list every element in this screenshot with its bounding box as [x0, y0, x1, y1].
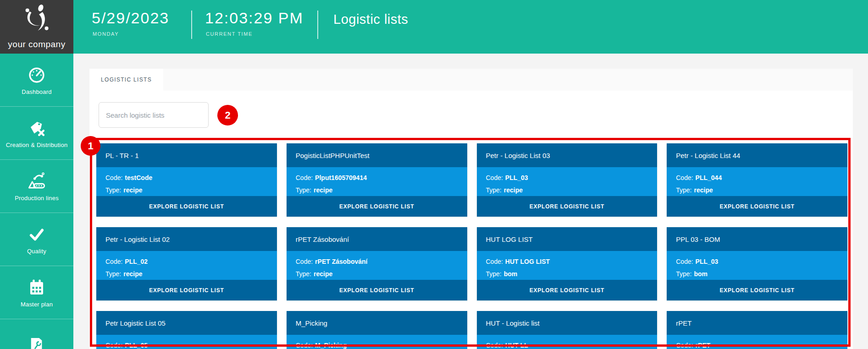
logistic-list-card: HUT - Logistic list Code:HUT-LL Type: EX… [477, 311, 658, 349]
logistic-list-card: HUT LOG LIST Code:HUT LOG LIST Type:bom … [477, 227, 658, 300]
sidebar-item-dashboard[interactable]: Dashboard [0, 54, 73, 107]
card-title: PogisticListPHPUnitTest [287, 143, 467, 167]
logistic-list-card: Petr - Logistic List 03 Code:PLL_03 Type… [477, 143, 658, 217]
explore-logistic-list-button[interactable]: EXPLORE LOGISTIC LIST [667, 196, 847, 217]
explore-logistic-list-button[interactable]: EXPLORE LOGISTIC LIST [96, 196, 277, 217]
header-time-label: CURRENT TIME [206, 31, 253, 37]
card-code: Code:PLL_02 [105, 256, 268, 268]
card-code: Code:Plput1605709414 [296, 172, 458, 184]
page-title: Logistic lists [333, 12, 408, 27]
sidebar-item-master-plan[interactable]: Master plan [0, 266, 73, 319]
company-logo: your company [0, 0, 73, 54]
sidebar-item-label: Creation & Distribution [6, 142, 68, 148]
logistic-list-card: PL - TR - 1 Code:testCode Type:recipe EX… [96, 143, 277, 217]
sidebar-item-bottom[interactable] [0, 319, 73, 349]
card-title: Petr Logistic List 05 [96, 311, 277, 335]
company-logo-icon [22, 3, 52, 35]
card-code: Code:rPET Zásobování [296, 256, 458, 268]
robot-conveyor-icon [27, 171, 47, 191]
sidebar-item-creation-distribution[interactable]: Creation & Distribution [0, 107, 73, 160]
tab-bar: LOGISTIC LISTS [89, 69, 853, 91]
sidebar-item-label: Dashboard [22, 88, 51, 95]
card-code: Code:HUT LOG LIST [486, 256, 648, 268]
header-date: 5/29/2023 [92, 9, 169, 27]
tag-x-icon [27, 118, 47, 138]
company-logo-text: your company [8, 39, 65, 49]
logistic-list-card: Petr - Logistic List 02 Code:PLL_02 Type… [96, 227, 277, 300]
card-type: Type:bom [676, 268, 838, 280]
card-type: Type:bom [486, 268, 648, 280]
sidebar-item-label: Master plan [21, 301, 53, 308]
logistic-list-card: rPET Zásobování Code:rPET Zásobování Typ… [287, 227, 467, 300]
card-title: rPET Zásobování [287, 227, 467, 251]
logistic-list-card: Petr Logistic List 05 Code:PLL_05 Type: … [96, 311, 277, 349]
explore-logistic-list-button[interactable]: EXPLORE LOGISTIC LIST [477, 196, 658, 217]
explore-logistic-list-button[interactable]: EXPLORE LOGISTIC LIST [96, 280, 277, 300]
gauge-icon [27, 65, 47, 85]
card-code: Code:HUT-LL [486, 339, 648, 349]
sidebar-item-production-lines[interactable]: Production lines [0, 160, 73, 213]
header-divider [191, 11, 192, 39]
card-type: Type:recipe [105, 268, 268, 280]
card-code: Code:PLL_044 [676, 172, 838, 184]
card-code: Code:M_Picking [296, 339, 458, 349]
explore-logistic-list-button[interactable]: EXPLORE LOGISTIC LIST [287, 280, 467, 300]
search-input[interactable] [99, 102, 209, 128]
sidebar-nav: Dashboard Creation & Distribution [0, 54, 73, 349]
sidebar-item-label: Production lines [15, 195, 59, 202]
sidebar-item-label: Quality [27, 248, 46, 255]
card-title: Petr - Logistic List 44 [667, 143, 847, 167]
card-code: Code:testCode [105, 172, 268, 184]
card-title: PPL 03 - BOM [667, 227, 847, 251]
logistic-list-card: PogisticListPHPUnitTest Code:Plput160570… [287, 143, 467, 217]
card-title: Petr - Logistic List 03 [477, 143, 658, 167]
tab-logistic-lists[interactable]: LOGISTIC LISTS [89, 69, 163, 91]
box-wrench-icon [27, 334, 47, 349]
logistic-list-card: PPL 03 - BOM Code:PLL_03 Type:bom EXPLOR… [667, 227, 847, 300]
card-code: Code:PLL_03 [486, 172, 648, 184]
card-title: M_Picking [287, 311, 467, 335]
app-header: 5/29/2023 MONDAY 12:03:29 PM CURRENT TIM… [0, 0, 868, 54]
card-title: Petr - Logistic List 02 [96, 227, 277, 251]
checkmark-icon [27, 224, 47, 245]
card-code: Code:rPET [676, 339, 838, 349]
calendar-icon [27, 278, 47, 298]
card-type: Type:recipe [105, 184, 268, 196]
header-divider [317, 11, 318, 39]
card-title: HUT LOG LIST [477, 227, 658, 251]
card-title: HUT - Logistic list [477, 311, 658, 335]
card-type: Type:recipe [486, 184, 648, 196]
card-code: Code:PLL_03 [676, 256, 838, 268]
header-time: 12:03:29 PM [205, 9, 304, 27]
logistic-list-card: Petr - Logistic List 44 Code:PLL_044 Typ… [667, 143, 847, 217]
card-code: Code:PLL_05 [105, 339, 268, 349]
logistic-list-card: rPET Code:rPET Type: EXPLORE LOGISTIC LI… [667, 311, 847, 349]
logistic-list-grid: PL - TR - 1 Code:testCode Type:recipe EX… [96, 143, 847, 349]
explore-logistic-list-button[interactable]: EXPLORE LOGISTIC LIST [287, 196, 467, 217]
explore-logistic-list-button[interactable]: EXPLORE LOGISTIC LIST [667, 280, 847, 300]
card-title: rPET [667, 311, 847, 335]
header-date-label: MONDAY [93, 31, 119, 37]
card-title: PL - TR - 1 [96, 143, 277, 167]
card-type: Type:recipe [296, 184, 458, 196]
card-type: Type:recipe [296, 268, 458, 280]
logistic-list-card: M_Picking Code:M_Picking Type: EXPLORE L… [287, 311, 467, 349]
explore-logistic-list-button[interactable]: EXPLORE LOGISTIC LIST [477, 280, 658, 300]
card-type: Type:recipe [676, 184, 838, 196]
sidebar-item-quality[interactable]: Quality [0, 213, 73, 266]
